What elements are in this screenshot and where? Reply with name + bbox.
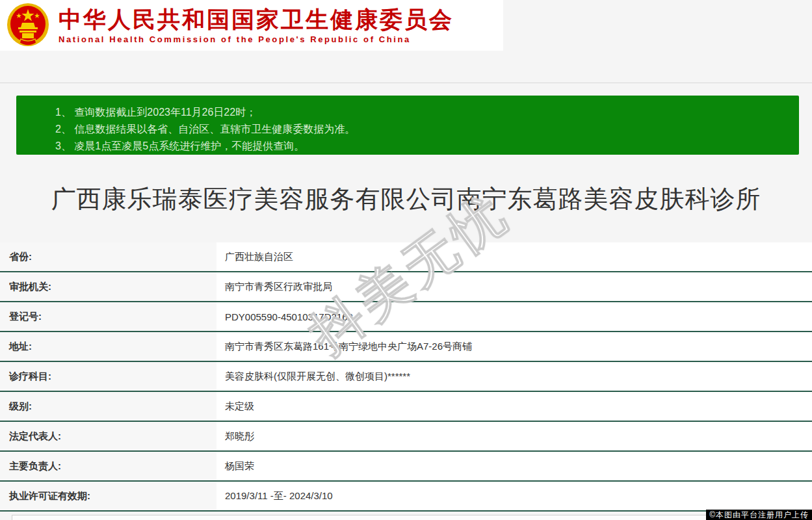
field-value: PDY005590-45010317D2162 xyxy=(216,302,812,331)
nhc-query-result-page: 中华人民共和国国家卫生健康委员会 National Health Commiss… xyxy=(0,0,812,520)
table-row: 地址:南宁市青秀区东葛路161号南宁绿地中央广场A7-26号商铺 xyxy=(0,332,812,362)
table-row: 登记号:PDY005590-45010317D2162 xyxy=(0,302,812,332)
table-row: 省份:广西壮族自治区 xyxy=(0,242,812,272)
field-value: 2019/3/11 -至- 2024/3/10 xyxy=(216,482,812,510)
field-label: 执业许可证有效期: xyxy=(0,482,216,510)
field-value: 郑晓彤 xyxy=(216,422,812,450)
china-national-emblem-icon xyxy=(7,3,49,48)
field-value: 美容皮肤科(仅限开展无创、微创项目)****** xyxy=(216,362,812,391)
table-row: 诊疗科目:美容皮肤科(仅限开展无创、微创项目)****** xyxy=(0,362,812,392)
field-label: 法定代表人: xyxy=(0,422,216,450)
field-label: 省份: xyxy=(0,242,216,271)
field-value: 广西壮族自治区 xyxy=(216,242,812,271)
nhc-header-banner[interactable]: 中华人民共和国国家卫生健康委员会 National Health Commiss… xyxy=(0,0,503,51)
field-label: 主要负责人: xyxy=(0,452,216,480)
notice-line: 2、 信息数据结果以各省、自治区、直辖市卫生健康委数据为准。 xyxy=(55,121,786,138)
header-divider xyxy=(0,83,812,83)
field-value: 南宁市青秀区东葛路161号南宁绿地中央广场A7-26号商铺 xyxy=(216,332,812,361)
field-label: 级别: xyxy=(0,392,216,421)
table-row: 级别:未定级 xyxy=(0,392,812,422)
institution-detail-table: 省份:广西壮族自治区审批机关:南宁市青秀区行政审批局登记号:PDY005590-… xyxy=(0,242,812,512)
notice-line: 1、 查询数据截止到2023年11月26日22时； xyxy=(55,104,786,121)
notice-box: 1、 查询数据截止到2023年11月26日22时；2、 信息数据结果以各省、自治… xyxy=(16,96,799,155)
field-value: 未定级 xyxy=(216,392,812,421)
upload-copyright-badge: ©本图由平台注册用户上传 xyxy=(706,510,812,520)
field-value: 杨国荣 xyxy=(216,452,812,480)
table-row: 法定代表人:郑晓彤 xyxy=(0,422,812,452)
notice-line: 3、 凌晨1点至凌晨5点系统进行维护，不能提供查询。 xyxy=(55,138,786,155)
field-label: 审批机关: xyxy=(0,272,216,301)
field-label: 登记号: xyxy=(0,302,216,331)
table-row: 执业许可证有效期:2019/3/11 -至- 2024/3/10 xyxy=(0,482,812,512)
table-row: 主要负责人:杨国荣 xyxy=(0,452,812,482)
site-title-cn: 中华人民共和国国家卫生健康委员会 xyxy=(59,6,454,32)
field-label: 诊疗科目: xyxy=(0,362,216,391)
field-label: 地址: xyxy=(0,332,216,361)
table-row: 审批机关:南宁市青秀区行政审批局 xyxy=(0,272,812,302)
institution-title: 广西康乐瑞泰医疗美容服务有限公司南宁东葛路美容皮肤科诊所 xyxy=(0,183,812,216)
field-value: 南宁市青秀区行政审批局 xyxy=(216,272,812,301)
next-section-partial xyxy=(12,515,800,520)
site-title-en: National Health Commission of the People… xyxy=(59,34,454,44)
